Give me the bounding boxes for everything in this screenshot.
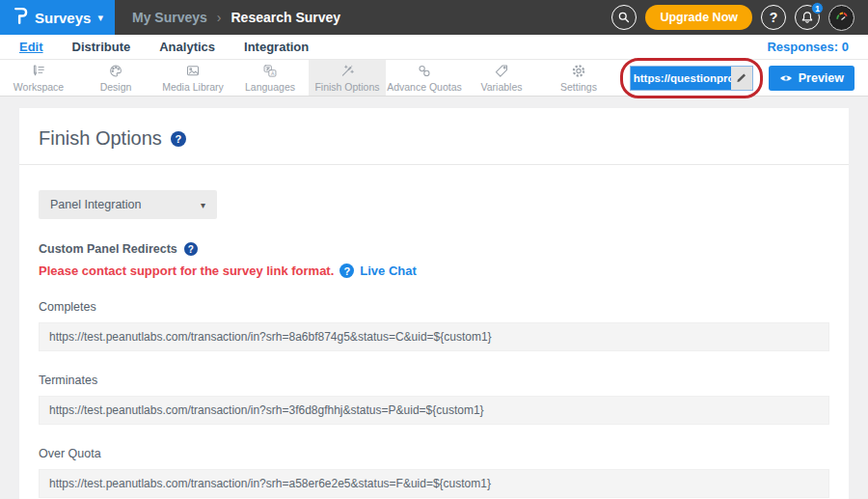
redirects-help-icon[interactable]: ? [184, 242, 198, 256]
terminates-url-input[interactable]: https://test.peanutlabs.com/transaction/… [39, 396, 829, 425]
edit-url-button[interactable] [731, 67, 752, 90]
product-switcher[interactable]: Surveys ▾ [0, 0, 115, 35]
live-chat-link[interactable]: Live Chat [360, 263, 417, 278]
dropdown-selected-value: Panel Integration [50, 198, 142, 211]
tab-analytics[interactable]: Analytics [159, 40, 215, 54]
live-chat-icon[interactable]: ? [339, 263, 354, 278]
tool-tab-workspace[interactable]: Workspace [0, 60, 77, 96]
tool-tab-media-library[interactable]: Media Library [154, 60, 231, 96]
over-quota-url-input[interactable]: https://test.peanutlabs.com/transaction/… [39, 469, 829, 498]
svg-text:A: A [271, 70, 275, 76]
finish-options-help-icon[interactable]: ? [171, 131, 186, 147]
breadcrumb-my-surveys[interactable]: My Surveys [132, 10, 207, 25]
help-button[interactable]: ? [761, 5, 786, 30]
main-content: Finish Options ? Panel Integration ▾ Cus… [0, 97, 868, 499]
header-actions: Upgrade Now ? 1 [611, 5, 868, 31]
tab-edit[interactable]: Edit [19, 40, 43, 54]
page-title: Finish Options [39, 127, 162, 150]
tool-tab-design[interactable]: Design [77, 60, 154, 96]
pencil-icon [735, 71, 747, 84]
survey-url-zone: https://questionpro.com/t/A [630, 66, 753, 91]
tool-tab-advance-quotas[interactable]: Advance Quotas [386, 60, 463, 96]
tool-tab-finish-options[interactable]: Finish Options [309, 60, 386, 96]
tab-integration[interactable]: Integration [244, 40, 309, 54]
responses-count: Responses: 0 [767, 40, 849, 54]
workspace-icon [30, 63, 47, 79]
tool-tab-languages[interactable]: A Languages [231, 60, 309, 96]
translate-icon: A [261, 63, 279, 79]
gear-icon [570, 63, 587, 79]
account-avatar[interactable] [828, 5, 854, 31]
panel-integration-dropdown[interactable]: Panel Integration ▾ [39, 190, 217, 219]
eye-icon [779, 73, 793, 83]
support-notice-row: Please contact support for the survey li… [39, 263, 829, 278]
notifications-button[interactable]: 1 [795, 5, 820, 30]
card-header: Finish Options ? [19, 108, 849, 164]
support-notice: Please contact support for the survey li… [39, 263, 334, 278]
finish-options-card: Finish Options ? Panel Integration ▾ Cus… [19, 108, 849, 499]
tab-distribute[interactable]: Distribute [72, 40, 131, 54]
completes-url-input[interactable]: https://test.peanutlabs.com/transaction/… [39, 322, 829, 351]
field-completes: Completes https://test.peanutlabs.com/tr… [39, 300, 829, 351]
completes-label: Completes [39, 300, 829, 314]
survey-section-nav: Edit Distribute Analytics Integration Re… [0, 35, 868, 60]
questionpro-logo-icon [13, 6, 29, 29]
chevron-down-icon: ▾ [201, 200, 205, 210]
media-image-icon [184, 63, 202, 79]
tool-tab-variables[interactable]: Variables [463, 60, 540, 96]
top-header-bar: Surveys ▾ My Surveys › Research Survey U… [0, 0, 868, 35]
over-quota-label: Over Quota [39, 447, 829, 460]
breadcrumb: My Surveys › Research Survey [132, 10, 340, 25]
chevron-down-icon: ▾ [97, 12, 103, 24]
notification-badge: 1 [811, 2, 824, 14]
survey-url-input[interactable]: https://questionpro.com/t/A [630, 66, 753, 91]
breadcrumb-current-survey: Research Survey [231, 10, 341, 25]
tool-tab-settings[interactable]: Settings [540, 60, 617, 96]
tag-icon [493, 63, 510, 79]
product-name: Surveys [35, 10, 91, 26]
question-mark-icon: ? [770, 10, 778, 25]
custom-panel-redirects-heading-row: Custom Panel Redirects ? [39, 242, 829, 256]
search-button[interactable] [611, 5, 637, 30]
field-terminates: Terminates https://test.peanutlabs.com/t… [39, 374, 829, 425]
gauge-logo-icon [833, 9, 851, 26]
design-palette-icon [107, 63, 124, 79]
preview-button[interactable]: Preview [769, 66, 854, 91]
section-heading: Custom Panel Redirects [39, 242, 177, 256]
search-icon [616, 10, 632, 25]
header-divider [19, 164, 849, 165]
edit-toolbar: Workspace Design Media Library A Languag… [0, 60, 868, 97]
upgrade-now-button[interactable]: Upgrade Now [645, 5, 752, 30]
breadcrumb-separator: › [217, 10, 222, 25]
survey-url-selected-text[interactable]: https://questionpro.com/t/A [631, 67, 731, 90]
field-over-quota: Over Quota https://test.peanutlabs.com/t… [39, 447, 829, 498]
magic-wand-icon [339, 63, 356, 79]
terminates-label: Terminates [39, 374, 829, 387]
chain-links-icon [416, 63, 433, 79]
